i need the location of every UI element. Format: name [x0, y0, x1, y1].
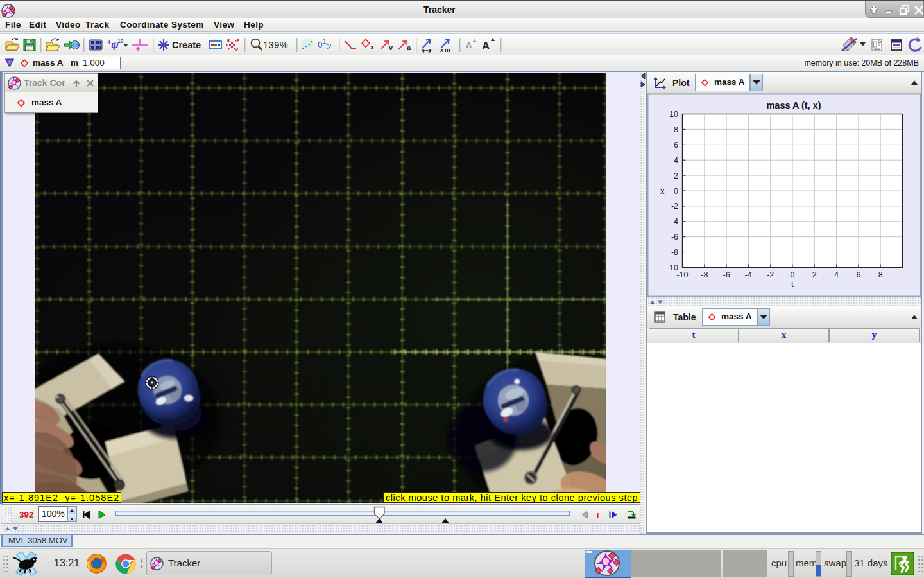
svg-text:10: 10 [117, 38, 124, 44]
svg-text:2: 2 [327, 42, 332, 51]
svg-text:-4: -4 [671, 217, 678, 226]
svg-text:-2: -2 [767, 270, 774, 279]
svg-text:0: 0 [674, 187, 678, 196]
svg-text:-6: -6 [723, 270, 730, 279]
svg-text:-8: -8 [671, 248, 678, 257]
svg-text:-8: -8 [701, 270, 708, 279]
svg-text:6: 6 [856, 270, 860, 279]
svg-text:0: 0 [791, 270, 795, 279]
svg-text:1: 1 [595, 511, 600, 519]
svg-text:8: 8 [878, 270, 883, 279]
svg-text:a: a [407, 44, 411, 51]
svg-text:m: m [445, 46, 450, 53]
svg-text:0: 0 [318, 40, 323, 49]
svg-text:A: A [482, 40, 490, 52]
svg-text:x: x [440, 46, 444, 53]
svg-text:6: 6 [674, 141, 678, 150]
svg-text:Create: Create [172, 40, 201, 50]
svg-text:t: t [791, 279, 794, 289]
svg-text:-6: -6 [671, 232, 678, 241]
svg-text:4: 4 [674, 156, 678, 165]
svg-text:-4: -4 [745, 270, 752, 279]
svg-text:2: 2 [674, 171, 678, 180]
svg-text:139%: 139% [263, 40, 288, 50]
svg-text:A: A [466, 40, 472, 50]
svg-text:v: v [389, 44, 393, 51]
svg-text:10: 10 [669, 110, 678, 119]
svg-text:2: 2 [812, 270, 817, 279]
svg-text:x: x [660, 186, 665, 196]
svg-text:-2: -2 [671, 202, 678, 211]
svg-text:x: x [370, 43, 375, 51]
svg-text:8: 8 [674, 125, 678, 134]
svg-text:4: 4 [834, 270, 839, 279]
svg-text:mass A (t, x): mass A (t, x) [766, 100, 821, 110]
svg-text:-10: -10 [676, 270, 688, 279]
